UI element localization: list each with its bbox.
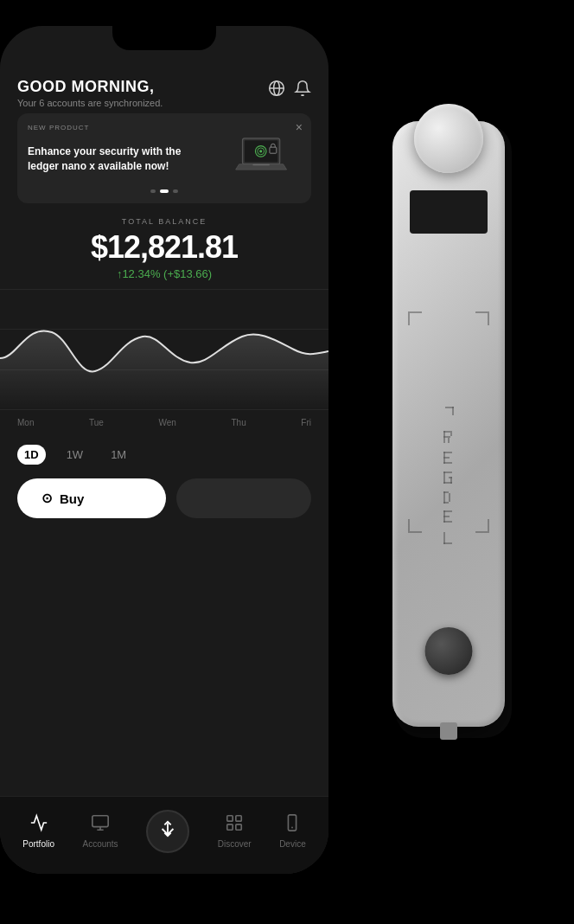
device-button-top xyxy=(414,104,483,173)
phone: GOOD MORNING, Your 6 accounts are synchr… xyxy=(0,26,328,874)
header-icons xyxy=(268,80,311,101)
svg-rect-9 xyxy=(252,164,270,166)
svg-rect-17 xyxy=(236,825,241,830)
nav-discover[interactable]: Discover xyxy=(218,813,252,849)
time-filter-1w[interactable]: 1W xyxy=(60,445,91,465)
svg-rect-30 xyxy=(443,472,445,484)
dot-1 xyxy=(150,189,156,193)
dot-3 xyxy=(173,189,178,193)
time-filter-1d[interactable]: 1D xyxy=(17,445,46,465)
svg-rect-28 xyxy=(443,502,449,504)
header-left: GOOD MORNING, Your 6 accounts are synchr… xyxy=(17,78,163,108)
banner-image xyxy=(232,135,301,183)
svg-rect-15 xyxy=(236,816,241,821)
svg-rect-16 xyxy=(227,825,233,830)
svg-rect-42 xyxy=(443,436,450,438)
svg-rect-14 xyxy=(227,816,233,821)
action-buttons: ⊙ Buy xyxy=(17,478,311,518)
buy-icon: ⊙ xyxy=(41,491,53,506)
svg-rect-25 xyxy=(443,521,452,523)
device-body xyxy=(392,121,505,727)
globe-icon[interactable] xyxy=(268,80,285,101)
svg-point-7 xyxy=(259,150,262,152)
nav-portfolio[interactable]: Portfolio xyxy=(22,813,54,849)
ledger-device xyxy=(341,69,574,779)
svg-rect-21 xyxy=(443,542,452,544)
device-icon xyxy=(283,813,302,836)
nav-center-button[interactable] xyxy=(146,810,189,853)
portfolio-icon xyxy=(29,813,48,836)
transfer-icon xyxy=(158,819,177,843)
nav-device-label: Device xyxy=(279,839,306,849)
nav-accounts-label: Accounts xyxy=(82,839,118,849)
phone-notch xyxy=(112,26,216,50)
svg-rect-34 xyxy=(450,477,452,484)
nav-device[interactable]: Device xyxy=(279,813,306,849)
buy-label: Buy xyxy=(60,491,84,506)
close-button[interactable]: × xyxy=(296,120,303,134)
chart-label-thu: Thu xyxy=(232,418,246,427)
buy-button[interactable]: ⊙ Buy xyxy=(17,478,166,518)
accounts-icon xyxy=(91,813,110,836)
banner: NEW PRODUCT Enhance your security with t… xyxy=(17,113,311,203)
svg-rect-40 xyxy=(443,431,450,433)
balance-amount: $12,821.81 xyxy=(17,229,311,266)
chart-label-tue: Tue xyxy=(89,418,104,427)
device-corner-br xyxy=(475,519,489,533)
chart-label-fri: Fri xyxy=(301,418,311,427)
svg-rect-10 xyxy=(92,816,108,827)
svg-rect-23 xyxy=(443,510,452,512)
device-button-bottom xyxy=(425,627,473,675)
chart-svg xyxy=(0,289,328,410)
phone-screen: GOOD MORNING, Your 6 accounts are synchr… xyxy=(0,26,328,874)
time-filter-1m[interactable]: 1M xyxy=(104,445,133,465)
balance-change: ↑12.34% (+$13.66) xyxy=(17,267,311,280)
svg-rect-45 xyxy=(452,407,454,415)
chart-label-mon: Mon xyxy=(17,418,34,427)
nav-accounts[interactable]: Accounts xyxy=(82,813,118,849)
svg-rect-31 xyxy=(443,472,452,473)
svg-rect-26 xyxy=(443,491,445,504)
scene: GOOD MORNING, Your 6 accounts are synchr… xyxy=(0,0,574,924)
device-corner-bl xyxy=(408,519,422,533)
svg-rect-41 xyxy=(450,431,452,436)
chart-container: Mon Tue Wen Thu Fri xyxy=(0,289,328,427)
chart-label-wen: Wen xyxy=(159,418,176,427)
nav-portfolio-label: Portfolio xyxy=(22,839,54,849)
greeting: GOOD MORNING, xyxy=(17,78,163,96)
bell-icon[interactable] xyxy=(294,80,311,101)
svg-rect-38 xyxy=(443,462,452,464)
device-screen-area xyxy=(410,190,488,234)
svg-rect-20 xyxy=(443,532,445,544)
svg-rect-18 xyxy=(289,815,297,831)
dot-2 xyxy=(160,189,169,193)
secondary-button[interactable] xyxy=(176,478,311,518)
banner-dots xyxy=(28,189,301,193)
balance-section: TOTAL BALANCE $12,821.81 ↑12.34% (+$13.6… xyxy=(17,217,311,280)
time-filters: 1D 1W 1M xyxy=(17,445,311,465)
banner-content: Enhance your security with the ledger na… xyxy=(28,135,301,183)
nav-discover-label: Discover xyxy=(218,839,252,849)
svg-rect-43 xyxy=(448,438,450,443)
device-usb xyxy=(440,722,457,740)
chart-labels: Mon Tue Wen Thu Fri xyxy=(17,418,311,427)
discover-icon xyxy=(225,813,244,836)
banner-label: NEW PRODUCT xyxy=(28,124,301,132)
svg-rect-36 xyxy=(443,452,452,453)
header: GOOD MORNING, Your 6 accounts are synchr… xyxy=(17,78,311,108)
device-corner-tl xyxy=(408,311,422,325)
device-corner-tr xyxy=(475,311,489,325)
svg-rect-29 xyxy=(449,493,450,502)
svg-rect-24 xyxy=(443,516,450,517)
bottom-nav: Portfolio Accounts xyxy=(0,796,328,874)
device-logo xyxy=(442,398,456,571)
svg-rect-37 xyxy=(443,457,450,459)
svg-rect-27 xyxy=(443,491,449,493)
banner-text: Enhance your security with the ledger na… xyxy=(28,144,192,174)
subtitle: Your 6 accounts are synchronized. xyxy=(17,98,163,108)
balance-label: TOTAL BALANCE xyxy=(17,217,311,226)
nav-transfer[interactable] xyxy=(146,810,189,853)
